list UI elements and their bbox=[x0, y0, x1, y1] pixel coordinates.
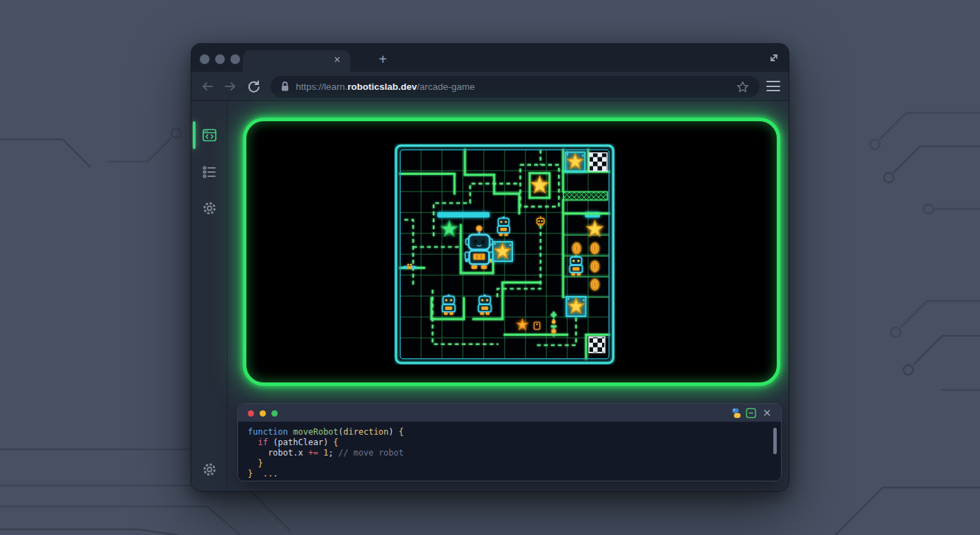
robot-sprite bbox=[479, 295, 491, 315]
robot-sprite bbox=[570, 256, 583, 276]
browser-tab[interactable]: × bbox=[243, 50, 350, 72]
robot-sprite bbox=[443, 295, 455, 315]
lattice-band bbox=[564, 192, 608, 200]
url-bar[interactable]: https://learn.roboticslab.dev/arcade-gam… bbox=[271, 76, 759, 98]
window-control-dot[interactable] bbox=[215, 54, 225, 64]
code-panel-close-icon[interactable]: ✕ bbox=[761, 408, 773, 419]
maze-canvas[interactable] bbox=[394, 144, 615, 365]
code-panel: ✕ function moveRobot(direction) { if (pa… bbox=[237, 403, 782, 481]
game-screen bbox=[243, 118, 780, 386]
expand-icon[interactable] bbox=[768, 52, 780, 64]
tab-close-icon[interactable]: × bbox=[334, 53, 340, 67]
robot-sprite bbox=[498, 217, 509, 236]
coin-sprite bbox=[590, 279, 599, 290]
page-content: ✕ function moveRobot(direction) { if (pa… bbox=[228, 101, 789, 491]
url-text: https://learn.roboticslab.dev/arcade-gam… bbox=[296, 82, 475, 92]
code-line: if (pathClear) { bbox=[248, 437, 771, 448]
sidebar-item-code-window[interactable] bbox=[201, 127, 218, 144]
sidebar-bottom-gear-icon[interactable] bbox=[201, 461, 218, 478]
code-line: } bbox=[248, 458, 771, 469]
sidebar bbox=[191, 101, 228, 491]
tab-strip: × + bbox=[191, 44, 789, 72]
new-tab-button[interactable]: + bbox=[375, 52, 390, 68]
star-tile-sprite bbox=[567, 297, 586, 316]
code-line: function moveRobot(direction) { bbox=[248, 427, 771, 437]
code-zoom-dot[interactable] bbox=[271, 410, 278, 417]
code-line: } ... bbox=[248, 469, 771, 479]
menu-icon[interactable] bbox=[766, 81, 780, 92]
forward-button[interactable] bbox=[223, 79, 238, 94]
code-scrollbar[interactable] bbox=[773, 428, 777, 454]
coin-sprite bbox=[590, 242, 599, 254]
star-tile-sprite bbox=[493, 242, 512, 261]
browser-toolbar: https://learn.roboticslab.dev/arcade-gam… bbox=[191, 72, 789, 101]
window-control-dot[interactable] bbox=[230, 54, 240, 64]
sidebar-item-settings-gear-icon[interactable] bbox=[201, 200, 218, 217]
coin-sprite bbox=[590, 261, 599, 272]
bookmark-star-icon[interactable] bbox=[736, 80, 750, 94]
star-tile-sprite bbox=[565, 152, 585, 171]
checker-sprite bbox=[589, 153, 607, 171]
browser-window: × + https://learn.roboticslab.dev/arcade… bbox=[191, 43, 789, 492]
back-button[interactable] bbox=[200, 79, 215, 94]
window-control-dot[interactable] bbox=[200, 54, 210, 64]
refresh-button[interactable] bbox=[246, 79, 262, 94]
code-editor[interactable]: function moveRobot(direction) { if (path… bbox=[238, 422, 781, 481]
checker-sprite bbox=[589, 336, 605, 352]
cyan-bar bbox=[437, 212, 489, 217]
terminal-toggle-icon[interactable] bbox=[745, 408, 757, 419]
lock-icon bbox=[280, 82, 290, 92]
code-line: robot.x += 1; // move robot bbox=[248, 448, 771, 458]
sidebar-item-list[interactable] bbox=[201, 164, 218, 180]
code-minimize-dot[interactable] bbox=[260, 410, 266, 417]
sprite-tiny-sprite bbox=[535, 323, 540, 329]
python-icon bbox=[731, 408, 742, 419]
sidebar-active-indicator bbox=[193, 121, 196, 149]
coin-sprite bbox=[572, 242, 581, 254]
code-close-dot[interactable] bbox=[248, 410, 254, 417]
code-panel-titlebar: ✕ bbox=[238, 404, 781, 422]
